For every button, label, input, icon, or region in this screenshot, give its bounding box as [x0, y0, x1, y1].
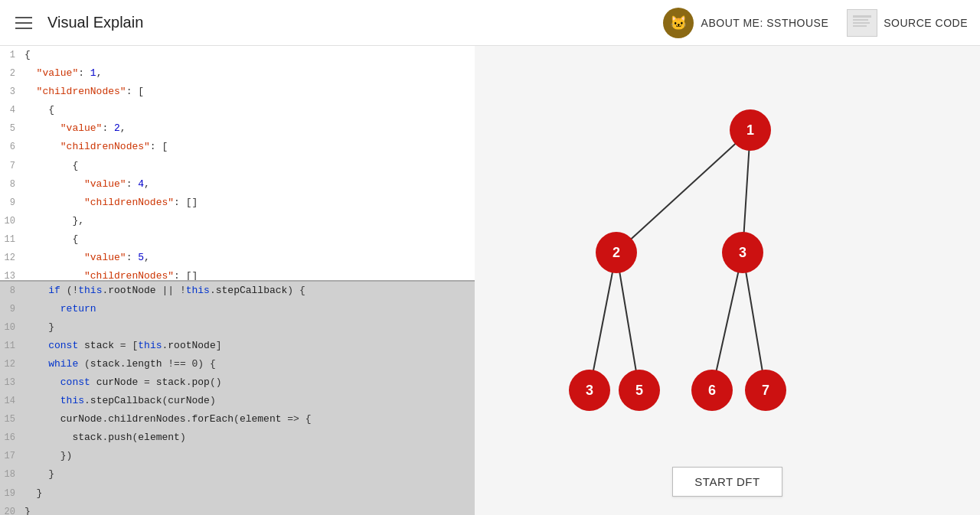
line-number: 20 [0, 504, 24, 515]
line-number: 8 [0, 177, 24, 192]
line-number: 12 [0, 357, 24, 372]
line-number: 5 [0, 121, 24, 136]
code-line: 19 } [0, 484, 475, 503]
tree-edge [616, 130, 750, 253]
code-line: 10 } [0, 318, 475, 337]
tree-node: 7 [745, 370, 786, 411]
line-number: 18 [0, 467, 24, 482]
line-number: 12 [0, 250, 24, 266]
tree-container: 1233567 [475, 46, 980, 467]
tree-node: 5 [619, 370, 660, 411]
code-line: 1{ [0, 46, 475, 64]
code-line: 7 { [0, 157, 475, 175]
code-bottom-block: 8 if (!this.rootNode || !this.stepCallba… [0, 282, 475, 516]
code-line: 10 }, [0, 212, 475, 230]
header-left: Visual Explain [12, 14, 663, 32]
code-line: 13 const curNode = stack.pop() [0, 373, 475, 392]
code-line: 14 this.stepCallback(curNode) [0, 392, 475, 410]
start-dft-button[interactable]: START DFT [672, 467, 782, 497]
tree-node: 6 [691, 370, 733, 411]
code-line: 11 { [0, 230, 475, 249]
source-thumb-icon [847, 9, 877, 37]
code-line: 15 curNode.childrenNodes.forEach(element… [0, 410, 475, 429]
line-number: 15 [0, 412, 24, 427]
line-number: 9 [0, 302, 24, 317]
line-number: 1 [0, 47, 24, 63]
code-panel: 1{2 "value": 1,3 "childrenNodes": [4 {5 … [0, 46, 475, 515]
line-number: 3 [0, 84, 24, 99]
line-number: 14 [0, 393, 24, 409]
line-number: 13 [0, 269, 24, 279]
header: Visual Explain 🐱 ABOUT ME: SSTHOUSE SOUR… [0, 0, 980, 46]
code-line: 9 "childrenNodes": [] [0, 194, 475, 212]
line-number: 16 [0, 430, 24, 445]
code-line: 8 if (!this.rootNode || !this.stepCallba… [0, 282, 475, 300]
code-line: 16 stack.push(element) [0, 429, 475, 447]
code-line: 9 return [0, 300, 475, 318]
line-number: 2 [0, 66, 24, 81]
line-number: 9 [0, 195, 24, 210]
line-number: 10 [0, 213, 24, 229]
line-number: 10 [0, 320, 24, 335]
svg-rect-0 [853, 15, 871, 18]
code-line: 8 "value": 4, [0, 175, 475, 194]
code-line: 20} [0, 503, 475, 515]
code-line: 11 const stack = [this.rootNode] [0, 337, 475, 355]
svg-rect-2 [853, 22, 870, 24]
code-top-section: 1{2 "value": 1,3 "childrenNodes": [4 {5 … [0, 46, 475, 280]
code-line: 5 "value": 2, [0, 119, 475, 138]
code-line: 12 while (stack.length !== 0) { [0, 355, 475, 373]
code-line: 13 "childrenNodes": [] [0, 267, 475, 279]
app-title: Visual Explain [47, 14, 143, 31]
svg-rect-1 [853, 19, 868, 21]
viz-panel: 1233567 START DFT [475, 46, 980, 515]
source-code-label: SOURCE CODE [884, 17, 968, 29]
main-content: 1{2 "value": 1,3 "childrenNodes": [4 {5 … [0, 46, 980, 515]
code-line: 6 "childrenNodes": [ [0, 138, 475, 156]
code-line: 17 }) [0, 447, 475, 465]
tree-node: 1 [730, 109, 771, 151]
avatar: 🐱 [663, 8, 694, 38]
line-number: 11 [0, 338, 24, 354]
code-line: 3 "childrenNodes": [ [0, 83, 475, 101]
line-number: 17 [0, 448, 24, 464]
line-number: 4 [0, 103, 24, 118]
code-line: 18 } [0, 465, 475, 484]
about-me-link[interactable]: 🐱 ABOUT ME: SSTHOUSE [663, 8, 829, 38]
line-number: 11 [0, 232, 24, 247]
tree-node: 3 [722, 232, 763, 273]
code-bottom-section: 8 if (!this.rootNode || !this.stepCallba… [0, 282, 475, 516]
tree-node: 2 [596, 232, 637, 273]
about-label: ABOUT ME: SSTHOUSE [701, 17, 829, 29]
code-line: 4 { [0, 101, 475, 119]
code-top-block: 1{2 "value": 1,3 "childrenNodes": [4 {5 … [0, 46, 475, 280]
line-number: 6 [0, 139, 24, 155]
line-number: 8 [0, 283, 24, 298]
line-number: 7 [0, 158, 24, 174]
line-number: 13 [0, 375, 24, 390]
svg-rect-3 [853, 25, 867, 27]
hamburger-menu-button[interactable] [12, 14, 35, 32]
source-code-link[interactable]: SOURCE CODE [847, 9, 968, 37]
line-number: 19 [0, 486, 24, 501]
code-line: 2 "value": 1, [0, 64, 475, 83]
header-right: 🐱 ABOUT ME: SSTHOUSE SOURCE CODE [663, 8, 968, 38]
code-line: 12 "value": 5, [0, 249, 475, 267]
tree-node: 3 [569, 370, 610, 411]
